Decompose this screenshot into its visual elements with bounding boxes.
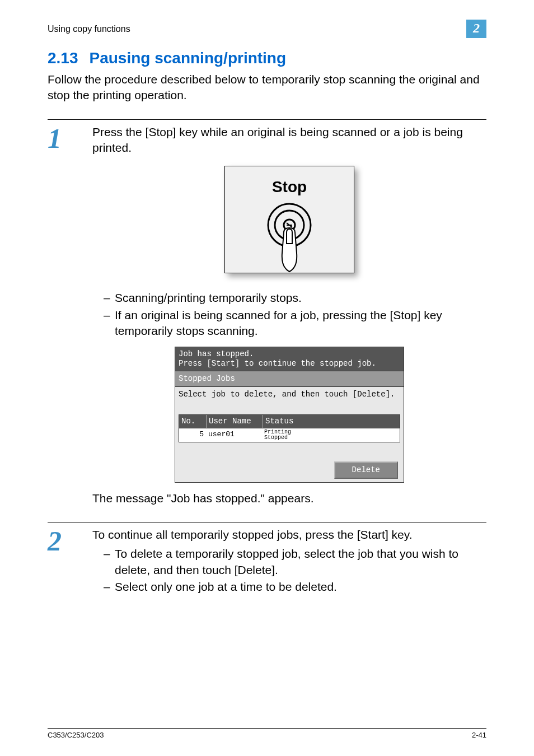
footer-model: C353/C253/C203 [48,731,104,739]
step-1-post-message: The message "Job has stopped." appears. [92,491,486,506]
step-1: 1 Press the [Stop] key while an original… [48,119,486,522]
chapter-number-badge: 2 [466,20,486,38]
step-2-text: To continue all temporarily stopped jobs… [92,527,486,543]
section-intro: Follow the procedure described below to … [48,72,486,104]
lcd-screen-mock: Job has stopped. Press [Start] to contin… [175,347,404,482]
step-number-2: 2 [48,527,92,603]
step-2-bullets: To delete a temporarily stopped job, sel… [92,546,486,595]
stop-button-icon [259,200,320,273]
step-1-bullets: Scanning/printing temporarily stops. If … [92,290,486,339]
cell-status: PrintingStopped [262,428,317,442]
screen-msg-line1: Job has stopped. [179,349,400,359]
screen-section-label: Stopped Jobs [175,371,404,387]
page-header: Using copy functions 2 [48,20,486,38]
screen-table-header: No. User Name Status [179,414,400,428]
section-title-text: Pausing scanning/printing [90,49,287,67]
screen-msg-line2: Press [Start] to continue the stopped jo… [179,359,400,368]
stop-label: Stop [225,176,354,198]
step-2: 2 To continue all temporarily stopped jo… [48,522,486,603]
section-heading: 2.13Pausing scanning/printing [48,49,486,67]
section-number: 2.13 [48,49,78,67]
stop-button-illustration: Stop [224,166,354,273]
screen-instruction: Select job to delete, and then touch [De… [175,387,404,414]
page-footer: C353/C253/C203 2-41 [48,728,486,739]
step-number-1: 1 [48,124,92,522]
header-section-name: Using copy functions [48,24,130,34]
col-status: Status [263,415,312,428]
cell-user: user01 [206,428,262,442]
list-item: To delete a temporarily stopped job, sel… [104,546,486,578]
cell-no: 5 [179,428,206,442]
footer-page: 2-41 [472,731,486,739]
list-item: If an original is being scanned for a jo… [104,307,486,339]
table-row[interactable]: 5 user01 PrintingStopped [179,428,400,442]
col-user: User Name [207,415,263,428]
list-item: Scanning/printing temporarily stops. [104,290,486,306]
list-item: Select only one job at a time to be dele… [104,579,486,595]
step-1-text: Press the [Stop] key while an original i… [92,124,486,156]
col-no: No. [179,415,207,428]
delete-button[interactable]: Delete [334,461,398,479]
